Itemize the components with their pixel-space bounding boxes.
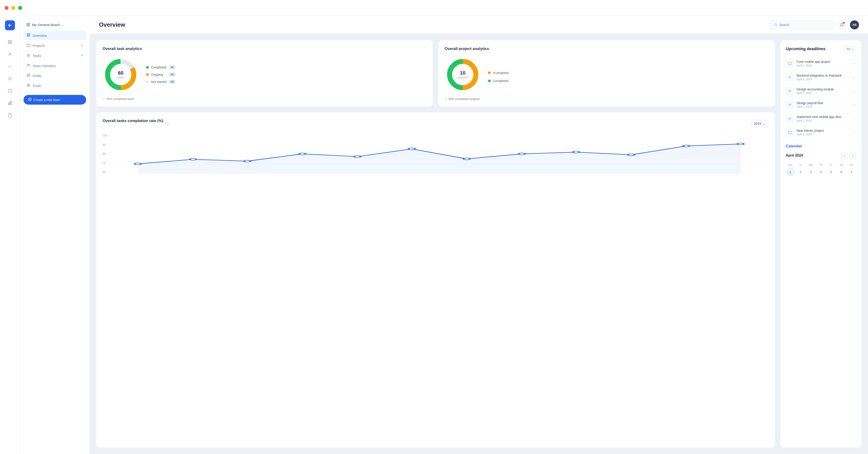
user-avatar[interactable]: AB <box>850 20 859 29</box>
center-content: Overall task analytics <box>96 40 775 448</box>
maximize-dot[interactable] <box>18 6 22 10</box>
projects-add-icon[interactable]: + <box>81 43 83 48</box>
cal-header-mo: Mo <box>786 162 795 167</box>
calendar-next-button[interactable]: › <box>849 152 856 159</box>
deadline-name-6: New clients' project <box>797 129 848 132</box>
search-input[interactable] <box>779 23 830 27</box>
board-selector[interactable]: My General Board ⌄ <box>24 20 86 29</box>
line-chart-svg <box>111 134 769 174</box>
deadline-more-2[interactable]: ··· <box>851 74 856 81</box>
svg-point-53 <box>628 154 634 156</box>
nav-item-team[interactable]: Team members <box>24 61 86 70</box>
calendar-section: Calendar April 2024 ‹ › Mo Tu We Th <box>786 144 856 175</box>
calendar-prev-button[interactable]: ‹ <box>841 152 848 159</box>
deadline-more-6[interactable]: ··· <box>851 129 856 136</box>
icon-sidebar <box>0 16 20 454</box>
titlebar <box>0 0 868 16</box>
nav-item-tasks[interactable]: Tasks + <box>24 51 86 61</box>
deadline-more-1[interactable]: ··· <box>851 60 856 67</box>
year-value: 2024 <box>754 122 761 125</box>
deadline-item-4: Design payroll flow April 1, 2024 ··· <box>786 98 856 112</box>
deadline-task-icon-5 <box>786 115 794 123</box>
y-label-100: 100 <box>103 134 107 137</box>
svg-point-48 <box>354 156 361 158</box>
deadline-more-5[interactable]: ··· <box>851 116 856 122</box>
year-selector[interactable]: 2024 ⌄ <box>751 120 769 127</box>
project-footer-text: 50% completed projects <box>448 97 480 101</box>
board-icon <box>26 23 30 27</box>
app-container: My General Board ⌄ Overview Projects + <box>0 16 868 454</box>
task-donut-center: 60 tasks <box>118 70 124 79</box>
project-analytics-footer: ✓ 50% completed projects <box>445 97 769 101</box>
nav-item-trash[interactable]: Trash <box>24 81 86 90</box>
close-dot[interactable] <box>4 6 8 10</box>
sidebar-icon-list[interactable] <box>5 74 15 84</box>
ongoing-dot <box>146 73 149 76</box>
task-check-icon: ✓ <box>103 97 105 101</box>
deadline-info-2: Backend integration to Paystack April 1,… <box>797 74 848 81</box>
svg-rect-19 <box>29 34 30 35</box>
deadline-folder-icon-1 <box>786 59 794 68</box>
deadline-more-3[interactable]: ··· <box>851 88 856 94</box>
cal-day-4[interactable]: 4 <box>817 168 825 175</box>
calendar-title: Calendar <box>786 144 856 149</box>
nav-item-drafts[interactable]: Drafts <box>24 71 86 80</box>
calendar-header: April 2024 ‹ › <box>786 152 856 159</box>
project-check-icon: ✓ <box>445 97 447 101</box>
sidebar-icon-grid[interactable] <box>5 37 15 47</box>
project-analytics-title: Overall project analytics <box>445 46 769 51</box>
search-box[interactable] <box>770 21 834 29</box>
right-panel: Upcoming deadlines All ⌄ Fuse mobile app <box>780 40 862 448</box>
sidebar-icon-tasks[interactable] <box>5 62 15 71</box>
deadline-date-5: April 1, 2024 <box>797 119 848 122</box>
cal-day-5[interactable]: 5 <box>828 168 835 175</box>
cal-header-th: Th <box>816 162 826 167</box>
cal-header-fr: Fr <box>827 162 836 167</box>
create-team-button[interactable]: Create a new team <box>24 95 86 105</box>
cal-day-2[interactable]: 2 <box>797 168 804 175</box>
team-label: Team members <box>33 64 83 68</box>
cal-day-6[interactable]: 6 <box>838 168 845 175</box>
svg-rect-17 <box>29 25 30 26</box>
svg-rect-3 <box>10 42 11 44</box>
deadline-folder-icon-6 <box>786 128 794 136</box>
svg-rect-14 <box>27 23 28 24</box>
in-progress-label: In progress <box>493 71 509 74</box>
projects-icon <box>27 43 30 48</box>
deadline-date-4: April 1, 2024 <box>797 105 848 108</box>
completed-label: Completed <box>151 66 166 69</box>
not-started-label: Not started <box>151 80 166 84</box>
y-label-70: 70 <box>103 162 107 165</box>
cal-header-su: Su <box>847 162 856 167</box>
task-analytics-card: Overall task analytics <box>96 40 433 107</box>
overview-label: Overview <box>33 34 83 37</box>
sidebar-icon-people[interactable] <box>5 49 15 59</box>
nav-item-overview[interactable]: Overview <box>24 31 86 40</box>
project-donut-center: 10 projects <box>458 70 467 79</box>
sidebar-logo[interactable] <box>5 20 15 30</box>
deadline-item-2: Backend integration to Paystack April 1,… <box>786 70 856 84</box>
cal-day-3[interactable]: 3 <box>807 168 814 175</box>
deadline-more-4[interactable]: ··· <box>851 102 856 108</box>
nav-item-projects[interactable]: Projects + <box>24 41 86 51</box>
sidebar-icon-contact[interactable] <box>5 86 15 96</box>
trash-label: Trash <box>33 84 83 88</box>
search-icon <box>774 23 778 27</box>
cal-day-1[interactable]: 1 <box>787 168 794 175</box>
notification-button[interactable] <box>837 20 846 29</box>
sidebar-icon-chart[interactable] <box>5 98 15 108</box>
minimize-dot[interactable] <box>11 6 16 10</box>
svg-rect-21 <box>29 35 30 36</box>
tasks-nav-icon <box>27 54 30 58</box>
deadline-name-4: Design payroll flow <box>797 101 848 105</box>
cal-day-7[interactable]: 7 <box>848 168 855 175</box>
cal-header-tu: Tu <box>796 162 805 167</box>
deadline-date-3: April 1, 2024 <box>797 92 848 95</box>
project-completed-dot <box>488 79 491 82</box>
all-filter-button[interactable]: All ⌄ <box>844 46 856 52</box>
sidebar-icon-notes[interactable] <box>5 110 15 120</box>
tasks-add-icon[interactable]: + <box>81 53 83 58</box>
info-icon[interactable]: i <box>165 122 168 125</box>
project-legend: In progress Completed <box>488 71 509 83</box>
svg-rect-15 <box>29 23 30 24</box>
